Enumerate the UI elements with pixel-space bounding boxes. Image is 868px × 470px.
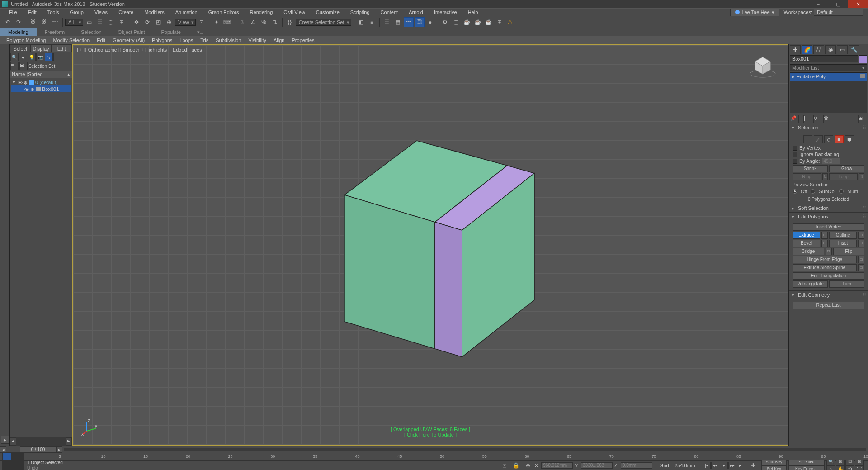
edit-selection-set-button[interactable]: {}	[285, 17, 295, 27]
tree-row-root[interactable]: ▾👁❄ 0 (default)	[11, 79, 71, 85]
tab-populate[interactable]: Populate	[153, 28, 189, 36]
bevel-button[interactable]: Bevel	[793, 240, 820, 247]
hinge-settings-button[interactable]: □	[858, 256, 864, 263]
subtab-polymodeling[interactable]: Polygon Modeling	[3, 38, 49, 43]
subtab-visibility[interactable]: Visibility	[245, 38, 270, 43]
explorer-selset-icon[interactable]: ≡	[10, 62, 19, 70]
placement-button[interactable]: ⊕	[164, 17, 174, 27]
time-ruler[interactable]: 0510152025303540455055606570758085909510…	[3, 453, 868, 461]
subtab-tris[interactable]: Tris	[197, 38, 212, 43]
preview-multi-radio[interactable]	[839, 189, 844, 194]
render-setup-button[interactable]: ⚙	[440, 17, 450, 27]
show-end-result-button[interactable]: |	[803, 115, 812, 123]
pan-button[interactable]: ✋	[836, 465, 845, 470]
menu-tools[interactable]: Tools	[42, 8, 65, 16]
subobj-vertex[interactable]: ∴	[803, 135, 812, 143]
cmd-tab-hierarchy[interactable]: 品	[813, 45, 824, 54]
select-object-button[interactable]: ▭	[84, 17, 94, 27]
render-production-button[interactable]: ☕	[462, 17, 472, 27]
extrude-along-spline-button[interactable]: Extrude Along Spline	[793, 264, 857, 271]
explorer-spacewarps-button[interactable]: 〰	[53, 53, 61, 61]
subobj-element[interactable]: ⬢	[845, 135, 854, 143]
explorer-selset-add-button[interactable]: ⊞	[19, 62, 28, 70]
tab-objectpaint[interactable]: Object Paint	[110, 28, 153, 36]
minimize-button[interactable]: −	[808, 0, 828, 8]
outline-button[interactable]: Outline	[829, 232, 857, 239]
rollout-edit-geometry[interactable]: Edit Geometry⠿	[789, 291, 868, 299]
subtab-geometryall[interactable]: Geometry (All)	[109, 38, 148, 43]
remove-modifier-button[interactable]: 🗑	[823, 115, 832, 123]
byangle-checkbox[interactable]	[793, 159, 797, 164]
tab-selection[interactable]: Selection	[73, 28, 109, 36]
schematic-view-button[interactable]: ⿻	[415, 17, 425, 27]
bind-spacewarp-button[interactable]: 〰	[50, 17, 60, 27]
preview-off-radio[interactable]	[793, 189, 797, 194]
flip-button[interactable]: Flip	[833, 248, 865, 255]
close-button[interactable]: ✕	[848, 0, 868, 8]
cmd-tab-motion[interactable]: ◉	[825, 45, 836, 54]
keyboard-shortcut-button[interactable]: ⌨	[222, 17, 232, 27]
x-coord-input[interactable]	[541, 462, 573, 469]
bridge-settings-button[interactable]: □	[826, 248, 832, 255]
redo-button[interactable]: ↷	[14, 17, 24, 27]
extrude-button[interactable]: Extrude	[793, 232, 820, 239]
subobj-border[interactable]: ◇	[824, 135, 833, 143]
goto-end-button[interactable]: ▸|	[737, 462, 745, 469]
subtab-loops[interactable]: Loops	[176, 38, 197, 43]
manipulate-button[interactable]: ✦	[212, 17, 222, 27]
cmd-tab-create[interactable]: ✚	[790, 45, 801, 54]
z-coord-input[interactable]	[621, 462, 652, 469]
extrude-spline-settings-button[interactable]: □	[858, 264, 864, 271]
object-name-input[interactable]	[790, 55, 858, 62]
overlay-line2[interactable]: [ Click Here To Update ]	[391, 432, 470, 437]
menu-interactive[interactable]: Interactive	[429, 8, 462, 16]
explorer-sphere-button[interactable]: ●	[19, 53, 27, 61]
explorer-helper-button[interactable]: ↘	[45, 53, 53, 61]
modifier-stack[interactable]: ▸ Editable Poly	[790, 72, 867, 113]
rollout-soft-selection[interactable]: Soft Selection⠿	[789, 204, 868, 212]
tab-freeform[interactable]: Freeform	[37, 28, 73, 36]
scale-button[interactable]: ◰	[153, 17, 163, 27]
cmd-tab-modify[interactable]: 🌈	[802, 45, 812, 54]
next-frame-button[interactable]: ▸▸	[728, 462, 736, 469]
create-selection-set-dropdown[interactable]: Create Selection Set	[296, 19, 351, 26]
material-editor-button[interactable]: ●	[425, 17, 435, 27]
fov-button[interactable]: ⌕	[826, 465, 835, 470]
link-button[interactable]: ⛓	[28, 17, 38, 27]
pin-stack-button[interactable]: 📌	[790, 115, 799, 123]
modifier-list-dropdown[interactable]: Modifier List	[790, 64, 867, 71]
left-rail-toggle-button[interactable]: ▸	[1, 436, 9, 444]
hinge-from-edge-button[interactable]: Hinge From Edge	[793, 256, 857, 263]
menu-modifiers[interactable]: Modifiers	[139, 8, 170, 16]
cmd-tab-utilities[interactable]: 🔧	[849, 45, 859, 54]
menu-scripting[interactable]: Scripting	[345, 8, 375, 16]
menu-group[interactable]: Group	[64, 8, 89, 16]
prev-frame-button[interactable]: ◂◂	[711, 462, 719, 469]
time-slider[interactable]: ◂ 0 / 100 ▸	[0, 446, 868, 453]
move-button[interactable]: ✥	[132, 17, 142, 27]
selection-filter-dropdown[interactable]: All	[65, 19, 83, 26]
select-by-name-button[interactable]: ☰	[95, 17, 105, 27]
shrink-button[interactable]: Shrink	[793, 165, 828, 172]
timeslider-track[interactable]	[64, 448, 866, 451]
explorer-light-button[interactable]: 💡	[28, 53, 36, 61]
percent-snap-button[interactable]: %	[259, 17, 269, 27]
toggle-ribbon-button[interactable]: ▦	[393, 17, 403, 27]
account-button[interactable]: Lee Tae Hee ▾	[730, 9, 779, 16]
menu-views[interactable]: Views	[89, 8, 113, 16]
viewcube[interactable]	[747, 49, 778, 81]
make-unique-button[interactable]: ∪	[813, 115, 822, 123]
extrude-settings-button[interactable]: □	[821, 232, 828, 239]
menu-grapheditors[interactable]: Graph Editors	[203, 8, 245, 16]
menu-content[interactable]: Content	[375, 8, 404, 16]
explorer-camera-button[interactable]: 📷	[36, 53, 44, 61]
subtab-properties[interactable]: Properties	[288, 38, 318, 43]
render-iterative-button[interactable]: ☕	[473, 17, 483, 27]
curve-editor-button[interactable]: 〜	[404, 17, 414, 27]
explorer-tab-display[interactable]: Display	[31, 44, 52, 52]
select-rect-button[interactable]: ⬚	[106, 17, 116, 27]
snap-3-button[interactable]: 3	[237, 17, 247, 27]
byangle-spinner[interactable]	[822, 158, 840, 164]
lock-selection-button[interactable]: ⊡	[500, 461, 509, 470]
menu-customize[interactable]: Customize	[311, 8, 345, 16]
